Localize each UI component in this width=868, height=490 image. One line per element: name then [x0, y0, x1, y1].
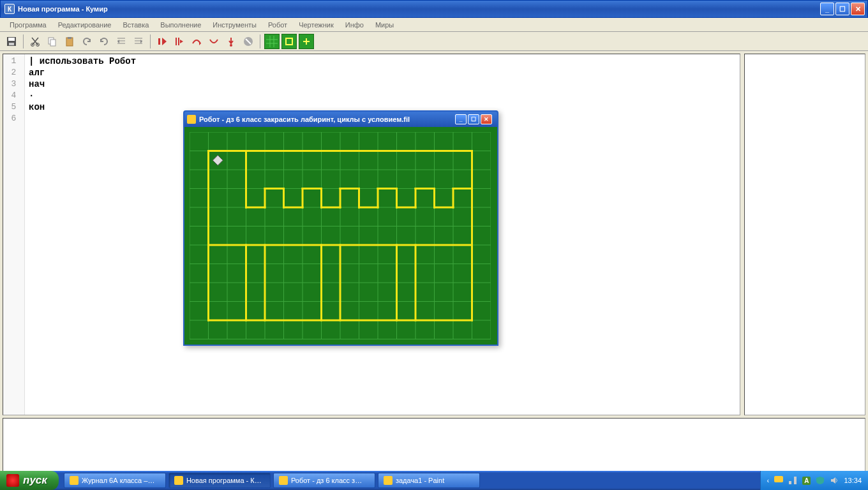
task-label: Новая программа - К…: [186, 477, 262, 484]
maximize-button[interactable]: ☐: [835, 3, 849, 15]
svg-rect-2: [9, 43, 14, 45]
app-icon: К: [4, 4, 15, 14]
menu-Вставка[interactable]: Вставка: [118, 20, 153, 30]
task-label: Журнал 6А класса –…: [82, 477, 154, 484]
line-number: 4: [3, 90, 24, 101]
line-number: 1: [3, 56, 24, 67]
menu-Миры[interactable]: Миры: [371, 20, 398, 30]
copy-icon[interactable]: [45, 34, 60, 49]
task-button[interactable]: задача1 - Paint: [378, 473, 480, 488]
line-number: 6: [3, 113, 24, 124]
redo-icon[interactable]: [96, 34, 112, 49]
task-button[interactable]: Журнал 6А класса –…: [64, 473, 166, 488]
robot-field[interactable]: [184, 127, 497, 345]
taskbar: пуск Журнал 6А класса –…Новая программа …: [0, 471, 868, 490]
tray-chat-icon[interactable]: [774, 476, 783, 485]
line-number: 3: [3, 78, 24, 90]
tray-volume-icon[interactable]: [830, 476, 839, 485]
svg-rect-1: [8, 38, 15, 41]
tray-arrow-icon[interactable]: ‹: [767, 477, 770, 484]
start-label: пуск: [23, 474, 47, 487]
start-button[interactable]: пуск: [0, 471, 59, 490]
svg-rect-13: [283, 36, 295, 47]
line-number: 5: [3, 101, 24, 113]
close-button[interactable]: ✕: [851, 3, 865, 15]
menu-Редактирование[interactable]: Редактирование: [54, 20, 116, 30]
code-line[interactable]: алг: [29, 67, 740, 78]
start-icon: [6, 474, 19, 487]
code-line[interactable]: ·: [29, 90, 740, 101]
robot-window[interactable]: Робот - дз 6 класс закрасить лабиринт, ц…: [183, 110, 498, 346]
clock[interactable]: 13:34: [844, 477, 862, 484]
robot-grid[interactable]: [190, 132, 491, 339]
svg-rect-8: [68, 37, 71, 39]
menu-Инфо[interactable]: Инфо: [341, 20, 368, 30]
tray-network-icon[interactable]: [788, 476, 797, 485]
code-line[interactable]: | использовать Робот: [29, 56, 740, 67]
step-icon[interactable]: [172, 34, 187, 49]
code-line[interactable]: нач: [29, 78, 740, 90]
menu-Выполнение[interactable]: Выполнение: [156, 20, 206, 30]
task-icon: [384, 476, 393, 485]
svg-point-10: [230, 44, 232, 47]
step-over-icon[interactable]: [189, 34, 204, 49]
language-indicator[interactable]: А: [802, 477, 811, 485]
step-into-icon[interactable]: [206, 34, 221, 49]
side-panel: [744, 54, 865, 415]
field-plus-icon[interactable]: [299, 34, 314, 49]
minimize-button[interactable]: _: [820, 3, 834, 15]
task-button[interactable]: Новая программа - К…: [168, 473, 271, 488]
menu-Инструменты[interactable]: Инструменты: [208, 20, 261, 30]
outdent-icon[interactable]: [114, 34, 129, 49]
menu-Программа[interactable]: Программа: [5, 20, 51, 30]
svg-rect-88: [789, 481, 791, 484]
svg-rect-12: [266, 36, 278, 47]
toolbar: [0, 32, 868, 51]
robot-window-title: Робот - дз 6 класс закрасить лабиринт, ц…: [199, 115, 410, 123]
indent-icon[interactable]: [131, 34, 146, 49]
robot-titlebar[interactable]: Робот - дз 6 класс закрасить лабиринт, ц…: [184, 112, 497, 127]
robot-maximize-button[interactable]: ☐: [468, 114, 479, 124]
tray-shield-icon[interactable]: [816, 476, 825, 485]
task-button[interactable]: Робот - дз 6 класс з…: [273, 473, 375, 488]
line-number: 2: [3, 67, 24, 78]
robot-app-icon: [187, 115, 196, 124]
svg-rect-87: [774, 476, 783, 482]
menu-Робот[interactable]: Робот: [264, 20, 292, 30]
svg-rect-6: [50, 40, 56, 46]
task-icon: [279, 476, 288, 485]
robot-minimize-button[interactable]: _: [455, 114, 467, 124]
titlebar: К Новая программа - Кумир _ ☐ ✕: [0, 0, 868, 18]
svg-rect-9: [158, 38, 160, 45]
menubar: ПрограммаРедактированиеВставкаВыполнение…: [0, 18, 868, 32]
save-icon[interactable]: [4, 34, 19, 49]
field-grid-icon[interactable]: [264, 34, 280, 49]
menu-Чертежник[interactable]: Чертежник: [294, 20, 338, 30]
robot-close-button[interactable]: ✕: [481, 114, 492, 124]
task-icon: [174, 476, 183, 485]
svg-rect-89: [794, 477, 797, 484]
task-icon: [70, 476, 79, 485]
stop-icon[interactable]: [241, 34, 256, 49]
task-label: Робот - дз 6 класс з…: [291, 477, 362, 484]
run-icon[interactable]: [154, 34, 170, 49]
window-title: Новая программа - Кумир: [18, 5, 108, 13]
task-label: задача1 - Paint: [396, 477, 444, 484]
continue-icon[interactable]: [223, 34, 239, 49]
line-gutter: 123456: [3, 54, 25, 415]
system-tray[interactable]: ‹ А 13:34: [760, 471, 868, 490]
cut-icon[interactable]: [27, 34, 43, 49]
undo-icon[interactable]: [79, 34, 94, 49]
paste-icon[interactable]: [62, 34, 77, 49]
field-frame-icon[interactable]: [281, 34, 297, 49]
